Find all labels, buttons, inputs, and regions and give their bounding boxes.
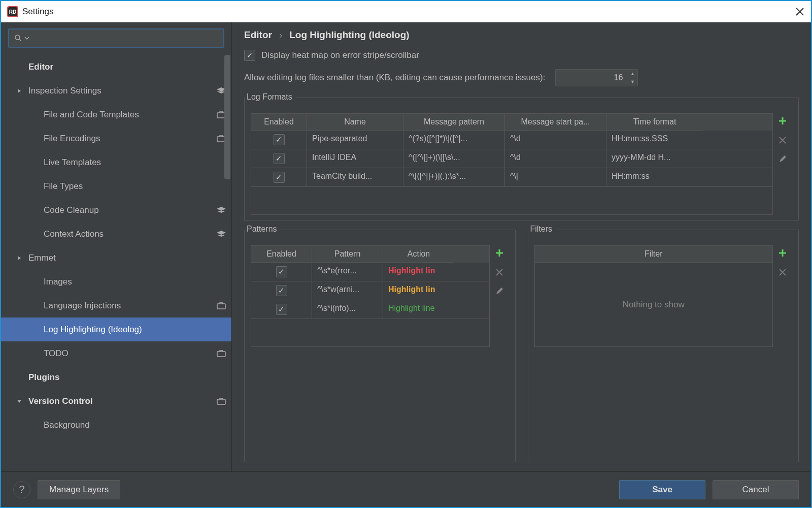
tree-item[interactable]: Emmet <box>1 246 231 270</box>
titlebar: RD Settings <box>1 1 811 22</box>
save-button[interactable]: Save <box>619 480 705 499</box>
tree-item-label: Log Highlighting (Ideolog) <box>44 325 211 335</box>
window-title: Settings <box>22 7 795 17</box>
table-header[interactable]: Message pattern <box>403 114 505 131</box>
tree-item-label: TODO <box>44 348 211 359</box>
tree-item-label: File Encodings <box>44 134 211 144</box>
tree-item[interactable]: File Types <box>1 174 231 198</box>
tree-item[interactable]: File Encodings <box>1 126 231 150</box>
spinner-down-icon[interactable]: ▼ <box>627 78 637 86</box>
edit-icon[interactable] <box>495 287 503 297</box>
table-header[interactable]: Time format <box>606 114 703 131</box>
cancel-button[interactable]: Cancel <box>713 480 799 499</box>
layers-icon <box>217 231 226 238</box>
tree-item-label: File Types <box>44 181 211 192</box>
briefcase-icon <box>217 302 226 309</box>
allow-editing-value[interactable] <box>556 73 627 82</box>
add-icon[interactable] <box>778 116 787 127</box>
search-input[interactable] <box>8 28 224 48</box>
tree-item[interactable]: Live Templates <box>1 150 231 174</box>
tree-item-label: Version Control <box>28 396 211 406</box>
tree-item-label: Language Injections <box>44 301 211 311</box>
empty-message: Nothing to show <box>535 263 773 346</box>
scrollbar-thumb[interactable] <box>224 55 230 179</box>
chevron-right-icon <box>17 256 22 261</box>
svg-point-3 <box>15 35 20 40</box>
add-icon[interactable] <box>495 248 504 259</box>
briefcase-icon <box>217 397 226 405</box>
tree-item-label: Code Cleanup <box>44 205 211 215</box>
breadcrumb-root[interactable]: Editor <box>244 29 272 41</box>
table-row[interactable]: IntelliJ IDEA^([^\[]+)(\[[\s\...^\dyyyy-… <box>251 149 772 168</box>
tree-item[interactable]: TODO <box>1 341 231 365</box>
chevron-right-icon <box>17 88 22 93</box>
filters-fieldset: Filters FilterNothing to show <box>528 230 799 462</box>
tree-item[interactable]: Version Control <box>1 389 231 413</box>
chevron-right-icon: › <box>279 29 282 41</box>
tree-item[interactable]: Language Injections <box>1 294 231 318</box>
layers-icon <box>217 207 226 214</box>
add-icon[interactable] <box>778 248 787 259</box>
tree-item[interactable]: Code Cleanup <box>1 198 231 222</box>
table-header[interactable]: Message start pa... <box>505 114 606 131</box>
table-header[interactable]: Filter <box>535 246 773 263</box>
briefcase-icon <box>217 350 226 357</box>
breadcrumb: Editor › Log Highlighting (Ideolog) <box>244 29 799 41</box>
tree-item-label: Editor <box>28 62 211 72</box>
settings-tree[interactable]: EditorInspection SettingsFile and Code T… <box>1 52 231 471</box>
tree-item[interactable]: Background <box>1 413 231 437</box>
tree-item-label: Live Templates <box>44 157 211 168</box>
tree-item-label: Background <box>44 420 211 430</box>
table-header[interactable]: Name <box>307 114 403 131</box>
table-header[interactable]: Action <box>383 246 454 263</box>
table-row[interactable]: ^\s*i(nfo)...Highlight line <box>251 300 489 319</box>
row-enabled-checkbox[interactable] <box>276 304 287 315</box>
table-header[interactable]: Enabled <box>251 114 307 131</box>
table-header[interactable]: Pattern <box>312 246 383 263</box>
remove-icon[interactable] <box>779 268 787 278</box>
tree-item-label: File and Code Templates <box>44 110 211 120</box>
row-enabled-checkbox[interactable] <box>274 172 285 183</box>
tree-item[interactable]: Log Highlighting (Ideolog) <box>1 318 231 341</box>
svg-text:RD: RD <box>9 9 16 15</box>
table-row[interactable]: Pipe-separated^(?s)([^|]*)\|([^|...^\dHH… <box>251 131 772 149</box>
help-button[interactable]: ? <box>13 481 30 498</box>
patterns-fieldset: Patterns EnabledPatternAction^\s*e(rror.… <box>244 230 516 462</box>
table-row[interactable]: ^\s*w(arni...Highlight lin <box>251 281 489 300</box>
tree-item-label: Emmet <box>28 253 211 263</box>
row-enabled-checkbox[interactable] <box>276 285 287 296</box>
allow-editing-label: Allow editing log files smaller than (KB… <box>244 73 545 83</box>
tree-item[interactable]: Editor <box>1 55 231 79</box>
edit-icon[interactable] <box>779 155 787 165</box>
spinner-up-icon[interactable]: ▲ <box>627 70 637 78</box>
table-header[interactable]: Enabled <box>251 246 312 263</box>
svg-rect-8 <box>217 399 225 404</box>
heatmap-checkbox[interactable] <box>244 50 255 61</box>
row-enabled-checkbox[interactable] <box>276 266 287 277</box>
app-icon: RD <box>7 6 18 17</box>
chevron-down-icon <box>24 36 29 41</box>
remove-icon[interactable] <box>495 268 503 278</box>
row-enabled-checkbox[interactable] <box>274 134 285 145</box>
tree-item[interactable]: File and Code Templates <box>1 103 231 126</box>
tree-item[interactable]: Plugins <box>1 365 231 389</box>
sidebar: EditorInspection SettingsFile and Code T… <box>1 22 232 471</box>
tree-item[interactable]: Context Actions <box>1 222 231 246</box>
tree-item[interactable]: Images <box>1 270 231 294</box>
heatmap-label: Display heat map on error stripe/scrollb… <box>261 50 419 60</box>
table-row[interactable]: ^\s*e(rror...Highlight lin <box>251 263 489 281</box>
tree-item-label: Inspection Settings <box>28 86 211 96</box>
patterns-legend: Patterns <box>245 225 281 234</box>
search-icon <box>14 34 22 42</box>
row-enabled-checkbox[interactable] <box>274 153 285 164</box>
svg-rect-7 <box>217 352 225 357</box>
tree-item[interactable]: Inspection Settings <box>1 79 231 103</box>
breadcrumb-current: Log Highlighting (Ideolog) <box>289 29 409 41</box>
chevron-down-icon <box>17 399 22 404</box>
close-icon[interactable] <box>795 7 805 17</box>
log-formats-legend: Log Formats <box>245 92 296 102</box>
manage-layers-button[interactable]: Manage Layers <box>38 480 120 499</box>
remove-icon[interactable] <box>779 136 787 146</box>
allow-editing-spinner[interactable]: ▲ ▼ <box>555 69 638 86</box>
table-row[interactable]: TeamCity build...^\[([^]]+)](.):\s*...^\… <box>251 168 772 187</box>
